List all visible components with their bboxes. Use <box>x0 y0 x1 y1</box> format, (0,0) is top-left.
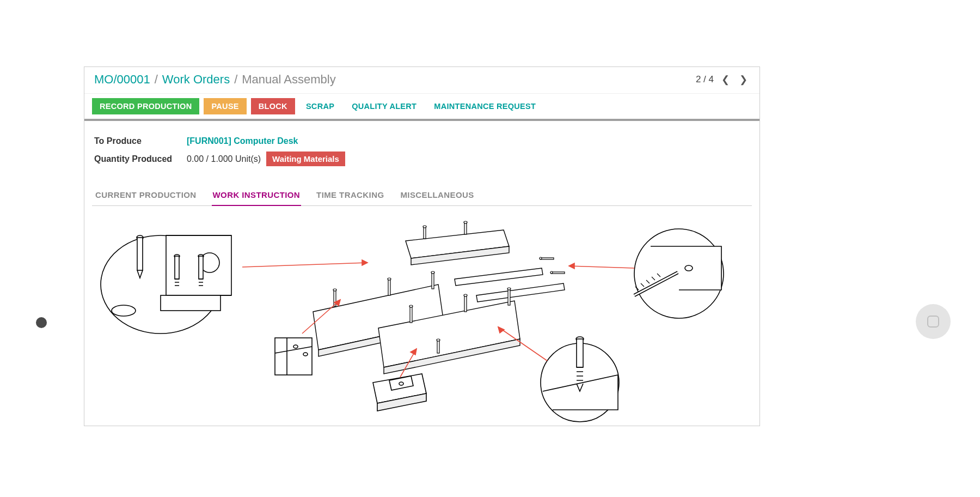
quantity-produced-value: 0.00 / 1.000 Unit(s) <box>187 154 261 164</box>
svg-line-44 <box>242 263 367 267</box>
info-row-to-produce: To Produce [FURN001] Computer Desk <box>94 136 750 146</box>
info-row-quantity: Quantity Produced 0.00 / 1.000 Unit(s) W… <box>94 151 750 166</box>
pager-text: 2 / 4 <box>696 74 714 85</box>
svg-point-42 <box>293 345 298 348</box>
svg-point-28 <box>464 221 467 223</box>
svg-point-30 <box>437 339 440 341</box>
to-produce-value[interactable]: [FURN001] Computer Desk <box>187 136 298 146</box>
svg-rect-17 <box>432 272 434 289</box>
svg-rect-15 <box>388 279 390 295</box>
tab-time-tracking[interactable]: TIME TRACKING <box>315 186 385 206</box>
svg-point-18 <box>431 271 434 274</box>
home-icon <box>927 316 939 328</box>
work-order-card: MO/00001 / Work Orders / Manual Assembly… <box>84 66 760 426</box>
tab-miscellaneous[interactable]: MISCELLANEOUS <box>399 186 475 206</box>
breadcrumb-work-orders[interactable]: Work Orders <box>162 72 230 87</box>
pause-button[interactable]: PAUSE <box>204 98 246 114</box>
breadcrumb-sep-1: / <box>155 72 158 87</box>
svg-rect-21 <box>464 295 467 312</box>
svg-point-1 <box>112 305 136 316</box>
breadcrumb-root[interactable]: MO/00001 <box>94 72 150 87</box>
breadcrumb: MO/00001 / Work Orders / Manual Assembly <box>94 72 336 87</box>
quality-alert-button[interactable]: QUALITY ALERT <box>345 98 423 114</box>
chevron-right-icon[interactable]: ❯ <box>737 72 750 87</box>
action-bar: RECORD PRODUCTION PAUSE BLOCK SCRAP QUAL… <box>84 94 759 121</box>
svg-point-16 <box>388 278 391 280</box>
svg-rect-7 <box>137 238 143 270</box>
svg-point-14 <box>333 289 336 291</box>
maintenance-request-button[interactable]: MAINTENANCE REQUEST <box>427 98 542 114</box>
assembly-diagram-svg <box>84 214 761 432</box>
svg-point-34 <box>550 271 553 274</box>
svg-point-40 <box>399 382 403 385</box>
svg-point-32 <box>540 257 542 259</box>
scrap-button[interactable]: SCRAP <box>299 98 341 114</box>
record-production-button[interactable]: RECORD PRODUCTION <box>92 98 199 114</box>
svg-rect-23 <box>508 289 510 305</box>
tab-current-production[interactable]: CURRENT PRODUCTION <box>94 186 198 206</box>
svg-rect-39 <box>577 339 583 367</box>
svg-point-43 <box>303 353 308 356</box>
svg-rect-12 <box>161 295 220 311</box>
svg-rect-31 <box>541 258 554 259</box>
chevron-left-icon[interactable]: ❮ <box>719 72 732 87</box>
breadcrumb-sep-2: / <box>234 72 237 87</box>
tab-bar: CURRENT PRODUCTION WORK INSTRUCTION TIME… <box>92 186 752 206</box>
tab-work-instruction[interactable]: WORK INSTRUCTION <box>212 186 302 206</box>
svg-rect-25 <box>424 227 426 239</box>
pager: 2 / 4 ❮ ❯ <box>696 72 750 87</box>
tablet-camera-icon <box>36 317 47 328</box>
quantity-produced-label: Quantity Produced <box>94 154 187 164</box>
svg-rect-27 <box>464 222 467 234</box>
work-instruction-diagram <box>84 214 759 432</box>
tablet-home-button[interactable] <box>916 304 951 339</box>
svg-point-20 <box>409 305 413 307</box>
breadcrumb-current: Manual Assembly <box>242 72 335 87</box>
svg-rect-33 <box>552 272 565 274</box>
svg-rect-41 <box>275 338 312 375</box>
svg-line-45 <box>569 266 634 268</box>
info-block: To Produce [FURN001] Computer Desk Quant… <box>84 121 759 174</box>
svg-rect-9 <box>175 256 179 279</box>
svg-rect-29 <box>437 340 439 353</box>
svg-rect-11 <box>199 256 203 279</box>
block-button[interactable]: BLOCK <box>251 98 295 114</box>
header-row: MO/00001 / Work Orders / Manual Assembly… <box>84 67 759 94</box>
svg-rect-19 <box>410 306 412 323</box>
svg-point-24 <box>507 288 511 290</box>
to-produce-label: To Produce <box>94 136 187 146</box>
status-badge: Waiting Materials <box>266 151 345 166</box>
svg-point-22 <box>464 294 467 296</box>
svg-point-26 <box>423 226 426 228</box>
